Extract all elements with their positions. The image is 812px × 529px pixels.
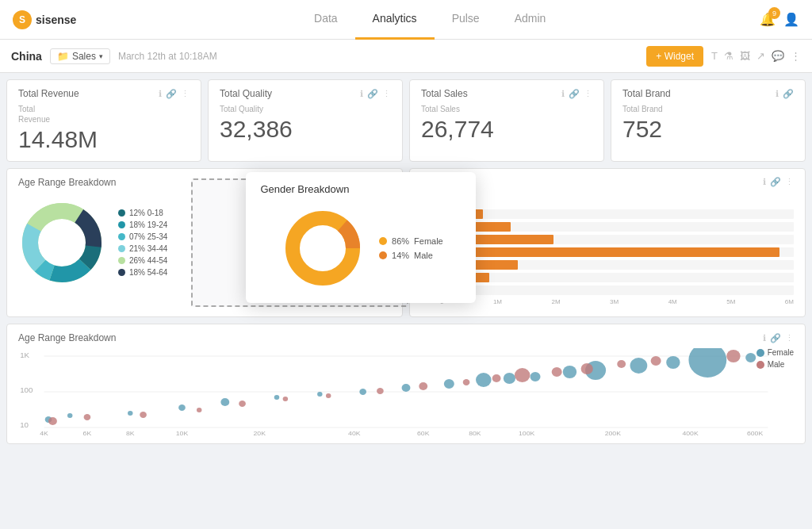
svg-point-37 <box>402 384 411 392</box>
legend-item-0: 12% 0-18 <box>118 209 167 217</box>
kpi-value-label-sales: Total Sales <box>421 104 592 114</box>
hbar-chart: 18 24 34 44 <box>421 206 794 309</box>
svg-point-7 <box>44 225 79 260</box>
comment-icon[interactable]: 💬 <box>772 50 784 62</box>
info-icon[interactable]: ℹ <box>776 89 779 99</box>
toolbar-icons: T ⚗ 🖼 ↗ 💬 ⋮ <box>711 50 801 62</box>
text-icon[interactable]: T <box>711 50 718 62</box>
hbar-row-64: 64 <box>421 273 794 282</box>
kpi-card-revenue: Total Revenue ℹ 🔗 ⋮ Total Revenue 14.48M <box>6 79 201 162</box>
link-icon[interactable]: 🔗 <box>770 177 781 187</box>
scatter-legend-male: Male <box>756 360 794 369</box>
svg-point-31 <box>128 411 133 416</box>
svg-text:80K: 80K <box>469 430 481 436</box>
svg-point-40 <box>504 373 515 384</box>
svg-text:8K: 8K <box>126 430 135 436</box>
info-icon[interactable]: ℹ <box>561 89 565 99</box>
legend-item-5: 18% 54-64 <box>118 268 167 277</box>
age-range-title: Age Range Breakdown <box>18 177 116 188</box>
link-icon[interactable]: 🔗 <box>166 89 177 99</box>
folder-icon: 📁 <box>57 51 69 62</box>
legend-item-2: 07% 25-34 <box>118 232 167 241</box>
kpi-icons-sales: ℹ 🔗 ⋮ <box>561 89 592 99</box>
hbar-x-axis: 0 1M 2M 3M 4M 5M 6M <box>421 298 794 305</box>
nav-link-admin[interactable]: Admin <box>497 0 564 40</box>
age-range-bottom-card: Age Range Breakdown ℹ 🔗 ⋮ 1K 100 10 4K 6… <box>6 324 806 444</box>
age-gender-icons: ℹ 🔗 ⋮ <box>763 177 794 187</box>
more-icon[interactable]: ⋮ <box>584 89 592 99</box>
logo-text: sisense <box>36 13 76 26</box>
gender-popup-title: Gender Breakdown <box>260 183 462 195</box>
link-icon[interactable]: 🔗 <box>367 89 378 99</box>
folder-name: Sales <box>72 51 96 62</box>
kpi-value-label-quality: Total Quality <box>220 104 391 114</box>
user-profile-icon[interactable]: 👤 <box>783 12 799 27</box>
more-icon[interactable]: ⋮ <box>382 89 391 99</box>
info-icon[interactable]: ℹ <box>763 333 766 343</box>
svg-point-30 <box>67 413 73 418</box>
svg-text:60K: 60K <box>417 430 430 436</box>
svg-text:1K: 1K <box>20 351 30 360</box>
svg-text:4K: 4K <box>40 430 48 436</box>
svg-point-64 <box>726 350 740 362</box>
svg-point-44 <box>630 358 648 374</box>
link-icon[interactable]: 🔗 <box>783 89 794 99</box>
more-icon[interactable]: ⋮ <box>785 177 794 187</box>
info-icon[interactable]: ℹ <box>159 89 162 99</box>
filter-icon[interactable]: ⚗ <box>724 50 733 62</box>
legend-item-4: 26% 44-54 <box>118 256 167 265</box>
svg-point-10 <box>307 232 339 264</box>
svg-point-41 <box>530 372 540 381</box>
svg-point-57 <box>463 379 470 385</box>
share-icon[interactable]: ↗ <box>756 50 765 62</box>
svg-point-51 <box>197 408 202 412</box>
kpi-title-sales: Total Sales <box>421 88 468 99</box>
kpi-value-label-revenue: Total Revenue <box>18 104 190 125</box>
hbar-row-18: 18 <box>421 209 794 219</box>
kpi-value-revenue: 14.48M <box>18 126 190 153</box>
link-icon[interactable]: 🔗 <box>569 89 580 99</box>
logo[interactable]: S sisense <box>13 10 76 29</box>
svg-point-58 <box>492 374 501 382</box>
svg-point-60 <box>552 367 562 377</box>
main-content: Total Revenue ℹ 🔗 ⋮ Total Revenue 14.48M… <box>0 73 812 450</box>
svg-point-39 <box>476 373 492 387</box>
svg-point-45 <box>666 356 680 369</box>
kpi-value-sales: 26,774 <box>421 116 592 143</box>
kpi-value-brand: 752 <box>622 116 794 143</box>
nav-link-pulse[interactable]: Pulse <box>435 0 497 40</box>
more-icon[interactable]: ⋮ <box>785 333 794 343</box>
hbar-row-24: 24 <box>421 222 794 232</box>
logo-icon: S <box>13 10 32 29</box>
svg-point-56 <box>419 382 427 390</box>
svg-point-46 <box>688 348 726 378</box>
notification-badge: 9 <box>768 7 780 19</box>
info-icon[interactable]: ℹ <box>763 177 766 187</box>
link-icon[interactable]: 🔗 <box>770 333 781 343</box>
svg-text:200K: 200K <box>605 430 622 436</box>
gender-legend-female: 86% Female <box>379 236 443 246</box>
gender-donut <box>279 205 366 292</box>
svg-point-42 <box>563 366 576 378</box>
age-range-legend: 12% 0-18 18% 19-24 07% 25-34 21% 34-44 <box>118 209 167 277</box>
more-icon[interactable]: ⋮ <box>181 89 190 99</box>
nav-link-analytics[interactable]: Analytics <box>355 0 435 40</box>
kpi-value-quality: 32,386 <box>220 116 391 143</box>
more-icon[interactable]: ⋮ <box>791 50 801 62</box>
image-icon[interactable]: 🖼 <box>740 50 750 62</box>
age-range-bottom-title: Age Range Breakdown <box>18 332 116 343</box>
kpi-title-brand: Total Brand <box>622 88 671 99</box>
info-icon[interactable]: ℹ <box>360 89 363 99</box>
svg-text:40K: 40K <box>348 430 361 436</box>
kpi-icons-revenue: ℹ 🔗 ⋮ <box>159 89 190 99</box>
svg-point-34 <box>274 395 280 400</box>
add-widget-button[interactable]: + Widget <box>646 46 703 67</box>
svg-point-55 <box>377 388 384 394</box>
svg-point-59 <box>515 368 530 382</box>
nav-link-data[interactable]: Data <box>297 0 355 40</box>
notification-icon[interactable]: 🔔 9 <box>760 12 776 27</box>
kpi-icons-quality: ℹ 🔗 ⋮ <box>360 89 391 99</box>
kpi-icons-brand: ℹ 🔗 <box>776 89 794 99</box>
folder-badge[interactable]: 📁 Sales ▾ <box>50 48 110 64</box>
svg-point-33 <box>220 398 229 406</box>
